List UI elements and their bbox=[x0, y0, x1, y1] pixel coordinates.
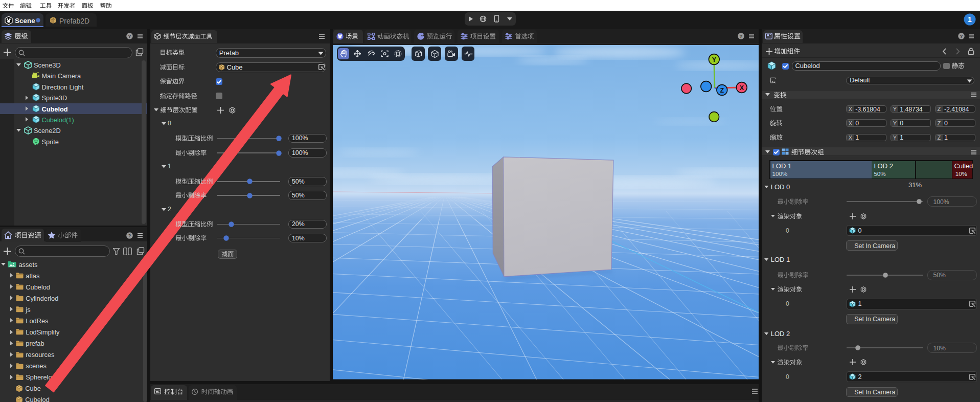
svg-text:Y: Y bbox=[712, 56, 717, 63]
svg-text:?: ? bbox=[740, 33, 743, 38]
svg-text:Z: Z bbox=[720, 87, 724, 94]
svg-text:?: ? bbox=[960, 33, 963, 39]
svg-text:?: ? bbox=[128, 33, 131, 39]
svg-text:X: X bbox=[740, 84, 744, 92]
